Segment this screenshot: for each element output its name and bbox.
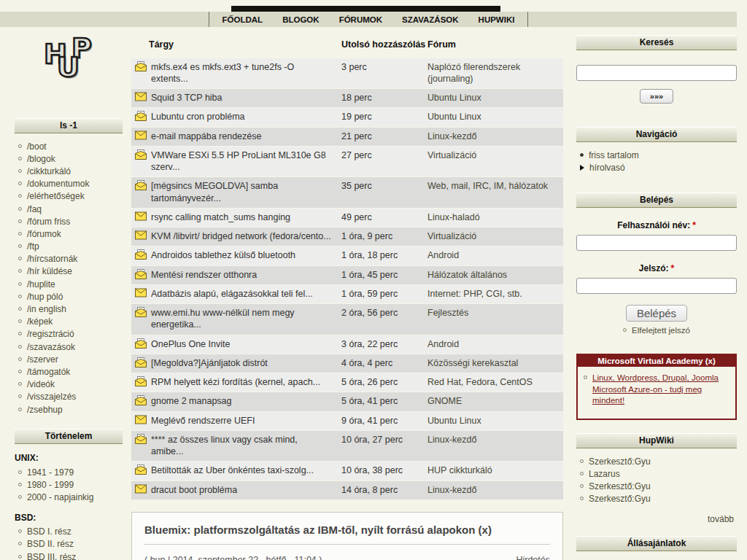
forum-link[interactable]: Android bbox=[427, 250, 459, 260]
password-field[interactable] bbox=[576, 278, 737, 294]
forum-link[interactable]: Linux-haladó bbox=[427, 212, 480, 222]
topic-link[interactable]: **** az összes linux vagy csak mind, ami… bbox=[151, 434, 331, 458]
sidebar-link[interactable]: BSD I. rész bbox=[27, 526, 71, 537]
sidebar-link[interactable]: /hírcsatornák bbox=[27, 254, 77, 264]
nav-item[interactable]: SZAVAZÁSOK bbox=[402, 15, 459, 24]
circle-bullet-icon bbox=[18, 282, 22, 286]
hupwiki-more-link[interactable]: tovább bbox=[576, 514, 737, 524]
search-input[interactable] bbox=[576, 65, 737, 81]
table-row: [mégsincs MEGOLDVA] samba tartományvezér… bbox=[131, 177, 563, 209]
forum-link[interactable]: Ubuntu Linux bbox=[427, 112, 481, 122]
sidebar-link[interactable]: Szerkesztő:Gyu bbox=[589, 456, 651, 467]
table-row: e-mail mappába rendezése 21 perc Linux-k… bbox=[131, 128, 563, 147]
sidebar-link[interactable]: 1980 - 1999 bbox=[27, 480, 74, 490]
topic-link[interactable]: OnePlus One Invite bbox=[151, 338, 230, 350]
sidebar-link[interactable]: BSD III. rész bbox=[27, 552, 76, 560]
sidebar-link[interactable]: /huplite bbox=[27, 279, 55, 289]
sidebar-link[interactable]: /képek bbox=[27, 316, 53, 327]
sidebar-link[interactable]: /blogok bbox=[27, 154, 55, 164]
forum-link[interactable]: Naplózó filerendszerek (journaling) bbox=[427, 62, 520, 84]
topic-link[interactable]: rsync calling match_sums hanging bbox=[151, 211, 290, 223]
table-row: rsync calling match_sums hanging 49 perc… bbox=[131, 209, 563, 228]
topic-link[interactable]: www.emi.hu www-nélkül nem megy energetik… bbox=[151, 307, 331, 331]
hup-logo[interactable]: H P U bbox=[15, 32, 123, 99]
forum-link[interactable]: Linux-kezdő bbox=[427, 485, 476, 495]
sidebar-link[interactable]: /fórum friss bbox=[27, 217, 70, 227]
sidebar-link[interactable]: /szerver bbox=[27, 354, 58, 365]
sidebar-link[interactable]: 2000 - napjainkig bbox=[27, 492, 93, 502]
mva-link[interactable]: Linux, Wordpress, Drupal, Joomla Microso… bbox=[592, 373, 731, 407]
sidebar-link[interactable]: Szerkesztő:Gyu bbox=[589, 481, 651, 491]
article-byline: ( hup | 2014. szeptember 22., hétfő - 11… bbox=[144, 555, 322, 560]
forum-link[interactable]: Android bbox=[427, 339, 459, 349]
article-title[interactable]: Bluemix: platformszolgáltatás az IBM-től… bbox=[144, 524, 550, 536]
table-row: Lubuntu cron probléma 19 perc Ubuntu Lin… bbox=[131, 108, 563, 127]
sidebar-link[interactable]: /hup póló bbox=[27, 292, 63, 302]
topic-link[interactable]: RPM helyett kézi fordítás (kernel, apach… bbox=[151, 376, 320, 388]
sidebar-link[interactable]: /in english bbox=[27, 304, 66, 314]
forum-link[interactable]: Red Hat, Fedora, CentOS bbox=[427, 377, 533, 387]
column-header-last-post: Utolsó hozzászólás bbox=[341, 39, 427, 51]
login-button[interactable]: Belépés bbox=[626, 305, 687, 322]
list-item: hírolvasó bbox=[580, 161, 737, 174]
forum-link[interactable]: Web, mail, IRC, IM, hálózatok bbox=[427, 181, 548, 191]
topic-link[interactable]: Meglévő rendszerre UEFI bbox=[151, 415, 255, 427]
forum-link[interactable]: Internet: PHP, CGI, stb. bbox=[427, 289, 522, 299]
sidebar-link[interactable]: Lazarus bbox=[589, 469, 620, 479]
topic-link[interactable]: mkfs.ex4 es mkfs.ext3 + tune2fs -O exten… bbox=[151, 61, 331, 85]
topic-link[interactable]: gnome 2 manapsag bbox=[151, 395, 232, 407]
table-row: Meglévő rendszerre UEFI 9 óra, 41 perc U… bbox=[131, 412, 563, 431]
topic-link[interactable]: Lubuntu cron probléma bbox=[151, 111, 245, 122]
nav-item[interactable]: HUPWIKI bbox=[479, 15, 515, 24]
sidebar-link[interactable]: /elérhetőségek bbox=[27, 191, 85, 201]
topic-link[interactable]: [mégsincs MEGOLDVA] samba tartományvezér… bbox=[151, 180, 331, 204]
sidebar-link[interactable]: /dokumentumok bbox=[27, 179, 89, 189]
forum-link[interactable]: Linux-kezdő bbox=[427, 131, 476, 141]
topic-link[interactable]: VMWare ESXi 5.5 HP ProLiant ML310e G8 sz… bbox=[151, 149, 331, 174]
search-submit-button[interactable]: »»» bbox=[640, 89, 673, 104]
sidebar-link[interactable]: /hír küldése bbox=[27, 266, 72, 276]
sidebar-link[interactable]: /fórumok bbox=[27, 229, 61, 239]
nav-item[interactable]: FÓRUMOK bbox=[339, 15, 382, 24]
topic-link[interactable]: Adatbázis alapú, elágazásokkal teli fel.… bbox=[151, 288, 313, 300]
sidebar-link[interactable]: /visszajelzés bbox=[27, 392, 76, 402]
forum-link[interactable]: Ubuntu Linux bbox=[427, 93, 481, 103]
forum-link[interactable]: GNOME bbox=[427, 396, 462, 406]
sidebar-link[interactable]: /cikkturkáló bbox=[27, 166, 71, 176]
sidebar-link[interactable]: /ftp bbox=[27, 241, 39, 252]
forum-link[interactable]: HUP cikkturkáló bbox=[427, 465, 492, 475]
sidebar-link[interactable]: /boot bbox=[27, 141, 47, 152]
circle-bullet-icon bbox=[18, 257, 22, 260]
topic-link[interactable]: Mentési rendszer otthonra bbox=[151, 269, 257, 281]
sidebar-link[interactable]: /támogatók bbox=[27, 367, 70, 377]
sidebar-link[interactable]: BSD II. rész bbox=[27, 539, 74, 549]
sidebar-link[interactable]: /zsebhup bbox=[27, 405, 63, 415]
topic-link[interactable]: Squid 3 TCP hiba bbox=[151, 92, 222, 104]
topic-link[interactable]: Betiltották az Uber önkéntes taxi-szolg.… bbox=[151, 464, 314, 476]
topic-link[interactable]: dracut boot probléma bbox=[151, 484, 237, 496]
navigation-link[interactable]: hírolvasó bbox=[589, 163, 625, 173]
forum-link[interactable]: Virtualizáció bbox=[427, 150, 476, 160]
nav-item[interactable]: FŐOLDAL bbox=[222, 15, 263, 24]
sidebar-link[interactable]: 1941 - 1979 bbox=[27, 467, 74, 478]
sidebar-link[interactable]: Szerkesztő:Gyu bbox=[589, 494, 651, 504]
forum-link[interactable]: Közösségi kerekasztal bbox=[427, 358, 518, 368]
username-field[interactable] bbox=[576, 235, 737, 251]
forum-link[interactable]: Virtualizáció bbox=[427, 231, 476, 241]
sidebar-link[interactable]: /faq bbox=[27, 204, 42, 214]
topic-link[interactable]: [Megoldva?]Ajánljatok distrót bbox=[151, 357, 268, 369]
topic-link[interactable]: e-mail mappába rendezése bbox=[151, 131, 261, 142]
topic-link[interactable]: Androidos tablethez külső bluetooth bbox=[151, 249, 295, 261]
navigation-link[interactable]: friss tartalom bbox=[589, 150, 639, 160]
sidebar-link[interactable]: /videók bbox=[27, 379, 55, 389]
nav-item[interactable]: BLOGOK bbox=[282, 15, 319, 24]
forum-link[interactable]: Fejlesztés bbox=[427, 308, 468, 318]
table-header-row: Tárgy Utolsó hozzászólás Fórum bbox=[131, 32, 563, 58]
topic-link[interactable]: KVM /libvirt/ bridged network (fedora/ce… bbox=[151, 230, 331, 242]
forum-link[interactable]: Hálózatok általános bbox=[427, 270, 507, 280]
forum-link[interactable]: Ubuntu Linux bbox=[427, 416, 481, 426]
sidebar-link[interactable]: /szavazások bbox=[27, 342, 75, 352]
forum-link[interactable]: Linux-kezdő bbox=[427, 435, 476, 445]
sidebar-link[interactable]: /regisztráció bbox=[27, 329, 74, 339]
forgot-password-link[interactable]: Elfelejtett jelszó bbox=[632, 326, 690, 335]
